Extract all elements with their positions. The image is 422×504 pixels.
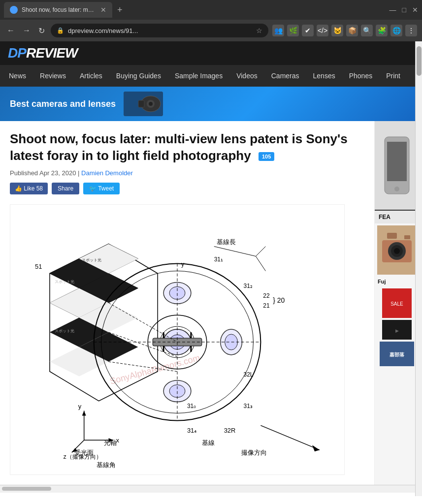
lock-icon: 🔒 xyxy=(57,27,64,34)
vertical-scrollbar[interactable] xyxy=(415,41,422,493)
svg-text:基線長: 基線長 xyxy=(217,238,236,245)
tweet-button[interactable]: 🐦 Tweet xyxy=(83,183,120,194)
svg-text:スポット光: スポット光 xyxy=(82,257,101,262)
maximize-button[interactable]: □ xyxy=(402,6,406,14)
nav-item-buying-guides[interactable]: Buying Guides xyxy=(109,65,168,87)
main-content: Shoot now, focus later: multi-view lens … xyxy=(0,121,422,485)
extension-icon-9[interactable]: 🌐 xyxy=(390,25,402,36)
svg-text:撮像方向: 撮像方向 xyxy=(241,449,267,456)
social-buttons: 👍 Like 58 Share 🐦 Tweet xyxy=(10,183,364,194)
comment-count-badge[interactable]: 105 xyxy=(259,152,274,161)
address-box[interactable]: 🔒 dpreview.com/news/91... ☆ xyxy=(51,24,268,37)
tab-close-button[interactable]: ✕ xyxy=(100,6,106,14)
scrollbar-thumb[interactable] xyxy=(417,46,422,76)
extension-icon-6[interactable]: 📦 xyxy=(346,25,358,36)
nav-item-sample-images[interactable]: Sample Images xyxy=(168,65,229,87)
article-meta: Published Apr 23, 2020 | Damien Demolder xyxy=(10,169,364,177)
svg-text:32R: 32R xyxy=(224,427,236,434)
svg-text:SALE: SALE xyxy=(390,301,403,307)
extension-icon-4[interactable]: </> xyxy=(317,25,328,36)
logo-review: REVIEW xyxy=(26,45,77,61)
sidebar-red-block[interactable]: SALE xyxy=(382,288,412,318)
svg-text:} 20: } 20 xyxy=(273,296,285,304)
svg-text:x: x xyxy=(116,437,119,444)
patent-diagram: SonyAlphaRumors.com xyxy=(10,204,345,475)
nav-item-news[interactable]: News xyxy=(2,65,33,87)
back-button[interactable]: ← xyxy=(5,24,17,37)
svg-text:31₂: 31₂ xyxy=(244,283,253,289)
svg-rect-80 xyxy=(387,142,407,181)
site-logo[interactable]: DPREVIEW xyxy=(8,45,77,61)
browser-addressbar: ← → ↻ 🔒 dpreview.com/news/91... ☆ 👥 🌿 ✔ … xyxy=(0,20,422,41)
svg-text:31₃: 31₃ xyxy=(244,403,253,410)
svg-text:z（撮像方向）: z（撮像方向） xyxy=(64,453,102,460)
refresh-button[interactable]: ↻ xyxy=(36,24,47,37)
menu-button[interactable]: ⋮ xyxy=(405,25,417,36)
bookmark-icon[interactable]: ☆ xyxy=(256,27,262,34)
h-scrollbar-thumb[interactable] xyxy=(2,487,51,491)
svg-text:y: y xyxy=(78,402,82,410)
author-link[interactable]: Damien Demolder xyxy=(81,169,133,177)
nav-item-videos[interactable]: Videos xyxy=(229,65,264,87)
sidebar-camera-label: Fuj xyxy=(375,277,419,286)
patent-svg: SonyAlphaRumors.com xyxy=(10,205,344,474)
sidebar-logo-block[interactable]: 嘉部落 xyxy=(380,342,414,366)
logo-dp: DP xyxy=(8,45,26,61)
bottom-scrollbar[interactable] xyxy=(0,485,422,493)
ad-banner[interactable]: Best cameras and lenses xyxy=(0,87,422,121)
sidebar-camera-image[interactable] xyxy=(377,225,417,275)
sidebar-phone-teaser xyxy=(375,121,419,210)
extension-icon-3[interactable]: ✔ xyxy=(302,25,314,36)
svg-text:スポット光: スポット光 xyxy=(55,280,74,284)
address-text: dpreview.com/news/91... xyxy=(68,27,252,34)
svg-text:22: 22 xyxy=(263,292,270,299)
svg-text:基線: 基線 xyxy=(202,439,215,446)
new-tab-button[interactable]: + xyxy=(115,3,125,17)
svg-text:31₁: 31₁ xyxy=(214,255,223,262)
article-area: Shoot now, focus later: multi-view lens … xyxy=(0,121,374,485)
minimize-button[interactable]: — xyxy=(390,6,396,14)
close-button[interactable]: ✕ xyxy=(412,6,418,14)
svg-rect-90 xyxy=(404,235,410,239)
nav-item-print[interactable]: Print xyxy=(379,65,407,87)
svg-rect-4 xyxy=(138,100,144,107)
like-button[interactable]: 👍 Like 58 xyxy=(10,183,48,194)
svg-point-88 xyxy=(394,248,400,254)
window-controls: — □ ✕ xyxy=(390,6,418,14)
share-button[interactable]: Share xyxy=(52,183,79,194)
nav-item-lenses[interactable]: Lenses xyxy=(306,65,342,87)
browser-titlebar: Shoot now, focus later: multi-vi ✕ + — □… xyxy=(0,0,422,20)
svg-text:31₄: 31₄ xyxy=(187,427,196,434)
svg-point-3 xyxy=(149,102,153,106)
nav-item-reviews[interactable]: Reviews xyxy=(33,65,73,87)
svg-text:▶: ▶ xyxy=(395,328,398,333)
article-title: Shoot now, focus later: multi-view lens … xyxy=(10,131,364,164)
forward-button[interactable]: → xyxy=(21,24,32,37)
ad-image xyxy=(124,92,163,116)
svg-text:y: y xyxy=(181,260,184,267)
extension-icon-8[interactable]: 🧩 xyxy=(376,25,388,36)
svg-text:51: 51 xyxy=(35,262,42,270)
svg-text:スポット光: スポット光 xyxy=(55,329,74,333)
toolbar-icons: 👥 🌿 ✔ </> 🐱 📦 🔍 🧩 🌐 ⋮ xyxy=(272,25,417,36)
browser-tab[interactable]: Shoot now, focus later: multi-vi ✕ xyxy=(4,2,112,18)
svg-text:21: 21 xyxy=(263,302,270,309)
extension-icon-2[interactable]: 🌿 xyxy=(287,25,299,36)
svg-text:基線角: 基線角 xyxy=(97,461,116,469)
svg-text:32L: 32L xyxy=(244,371,254,378)
extension-icon-5[interactable]: 🐱 xyxy=(331,25,343,36)
svg-rect-89 xyxy=(387,233,397,239)
sidebar-dark-block: ▶ xyxy=(382,320,412,340)
sidebar-featured-label: FEA xyxy=(375,210,419,223)
svg-point-81 xyxy=(394,187,399,191)
tab-title: Shoot now, focus later: multi-vi xyxy=(22,6,95,13)
article-title-text: Shoot now, focus later: multi-view lens … xyxy=(10,131,348,163)
extension-icon-1[interactable]: 👥 xyxy=(272,25,284,36)
svg-text:31₀: 31₀ xyxy=(187,403,196,410)
right-sidebar: FEA Fuj SALE ▶ xyxy=(374,121,419,485)
published-date: Published Apr 23, 2020 | xyxy=(10,169,79,177)
nav-item-phones[interactable]: Phones xyxy=(342,65,379,87)
extension-icon-7[interactable]: 🔍 xyxy=(361,25,373,36)
nav-item-articles[interactable]: Articles xyxy=(73,65,109,87)
nav-item-cameras[interactable]: Cameras xyxy=(264,65,306,87)
